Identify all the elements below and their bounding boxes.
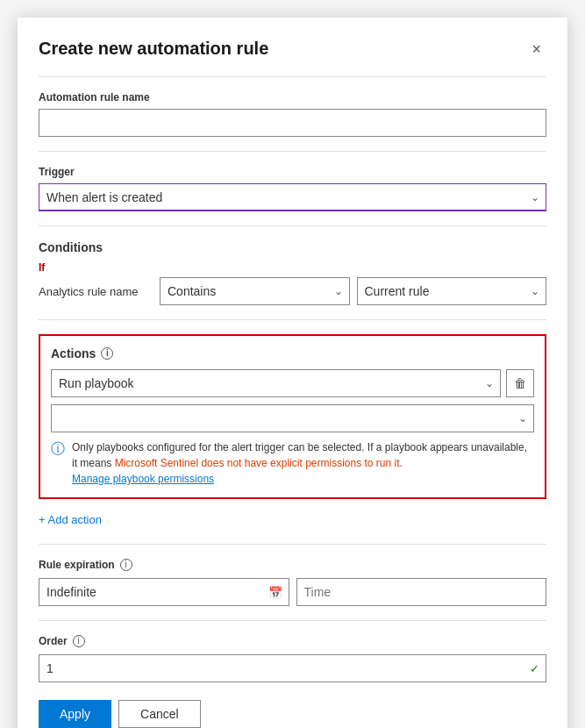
playbook-sub-select[interactable]	[51, 404, 534, 432]
current-rule-select-wrapper: Current rule Any ⌄	[357, 277, 547, 305]
rule-expiration-section: Rule expiration i 📅	[39, 559, 546, 606]
playbook-info-box: ⓘ Only playbooks configured for the aler…	[51, 439, 534, 487]
conditions-row: Analytics rule name Contains Does not co…	[39, 277, 546, 305]
automation-rule-name-section: Automation rule name	[39, 91, 546, 137]
actions-info-icon: i	[101, 347, 113, 360]
footer-buttons: Apply Cancel	[39, 700, 546, 728]
trigger-select-wrapper: When alert is created When incident is c…	[39, 183, 546, 211]
indefinite-input-wrapper: 📅	[39, 578, 289, 606]
divider-3	[39, 319, 546, 320]
rule-expiration-label: Rule expiration	[39, 559, 115, 571]
order-info-icon: i	[73, 635, 85, 647]
order-label: Order	[39, 635, 68, 647]
add-action-button[interactable]: + Add action	[39, 510, 102, 530]
action-row: Run playbook Assign owner Change status …	[51, 369, 534, 397]
divider-4	[39, 544, 546, 545]
order-input-wrapper: ✓	[39, 654, 546, 682]
analytics-rule-name-label: Analytics rule name	[39, 285, 153, 298]
expiration-row: 📅	[39, 578, 546, 606]
indefinite-input[interactable]	[39, 578, 289, 606]
current-rule-select[interactable]: Current rule Any	[357, 277, 547, 305]
rule-expiration-info-icon: i	[120, 559, 132, 571]
cancel-button[interactable]: Cancel	[118, 700, 201, 728]
info-message-orange: Microsoft Sentinel does not have explici…	[115, 457, 403, 469]
trigger-select[interactable]: When alert is created When incident is c…	[39, 183, 546, 211]
order-input[interactable]	[39, 654, 546, 682]
delete-action-button[interactable]: 🗑	[506, 369, 534, 397]
conditions-label: Conditions	[39, 240, 546, 254]
current-rule-wrapper: Current rule Any ⌄	[357, 277, 547, 305]
actions-label: Actions	[51, 346, 96, 360]
contains-wrapper: Contains Does not contain Equals Does no…	[160, 277, 350, 305]
contains-select[interactable]: Contains Does not contain Equals Does no…	[160, 277, 350, 305]
trigger-section: Trigger When alert is created When incid…	[39, 166, 546, 211]
run-playbook-select-wrapper: Run playbook Assign owner Change status …	[51, 369, 501, 397]
automation-rule-name-input[interactable]	[39, 109, 546, 137]
playbook-sub-select-wrapper: ⌄	[51, 404, 534, 432]
header-divider	[39, 76, 546, 77]
dialog-title: Create new automation rule	[39, 39, 268, 59]
actions-box: Actions i Run playbook Assign owner Chan…	[39, 334, 546, 499]
time-input-wrapper	[296, 578, 547, 606]
info-circle-icon: ⓘ	[51, 440, 65, 487]
time-input[interactable]	[296, 578, 547, 606]
dialog-header: Create new automation rule ×	[39, 39, 546, 59]
create-automation-rule-dialog: Create new automation rule × Automation …	[18, 18, 567, 728]
add-action-label: + Add action	[39, 513, 102, 526]
run-playbook-select[interactable]: Run playbook Assign owner Change status …	[51, 369, 501, 397]
manage-playbook-link[interactable]: Manage playbook permissions	[72, 471, 534, 487]
contains-select-wrapper: Contains Does not contain Equals Does no…	[160, 277, 350, 305]
divider-5	[39, 620, 546, 621]
automation-rule-name-label: Automation rule name	[39, 91, 546, 103]
trash-icon: 🗑	[514, 376, 526, 390]
playbook-info-text: Only playbooks configured for the alert …	[72, 439, 534, 487]
actions-header: Actions i	[51, 346, 534, 360]
divider-2	[39, 225, 546, 226]
conditions-if-label: If	[39, 261, 546, 274]
divider-1	[39, 151, 546, 152]
close-button[interactable]: ×	[526, 39, 546, 59]
trigger-label: Trigger	[39, 166, 546, 178]
conditions-section: Conditions If Analytics rule name Contai…	[39, 240, 546, 305]
playbook-sub-row: ⌄	[51, 404, 534, 432]
apply-button[interactable]: Apply	[39, 700, 111, 728]
order-section: Order i ✓	[39, 635, 546, 682]
